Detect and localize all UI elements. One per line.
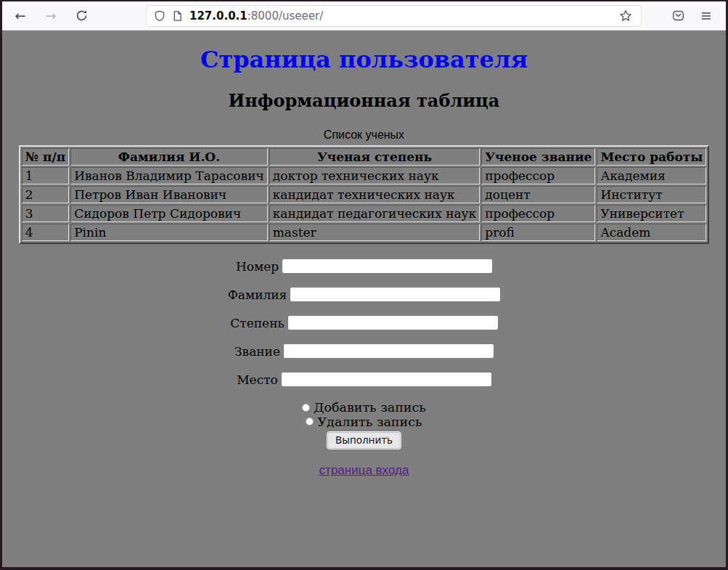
cell-degree: master: [269, 224, 480, 241]
url-host: 127.0.0.1: [189, 9, 248, 23]
degree-input[interactable]: [288, 316, 498, 330]
record-form: Номер Фамилия Степень Звание Место Добав…: [2, 258, 726, 478]
cell-rank: профессор: [481, 205, 595, 222]
form-row-surname: Фамилия: [2, 287, 726, 301]
page-icon[interactable]: [172, 10, 183, 22]
cell-surname: Петров Иван Иванович: [70, 186, 268, 203]
cell-surname: Pinin: [70, 224, 268, 241]
table-row: 3 Сидоров Петр Сидорович кандидат педаго…: [22, 205, 707, 222]
table-caption: Список ученых: [19, 129, 710, 145]
rank-input[interactable]: [284, 344, 494, 358]
form-row-rank: Звание: [2, 343, 726, 358]
menu-hamburger-icon[interactable]: [700, 10, 713, 22]
cell-workplace: Университет: [597, 205, 706, 222]
delete-record-option: Удалить запись: [2, 415, 726, 430]
cell-workplace: Институт: [597, 186, 706, 203]
cell-number: 1: [22, 167, 70, 184]
table-row: 1 Иванов Владимир Тарасович доктор техни…: [22, 167, 707, 184]
add-record-radio[interactable]: [302, 404, 310, 412]
cell-surname: Сидоров Петр Сидорович: [70, 205, 268, 222]
form-row-degree: Степень: [2, 315, 726, 330]
back-button[interactable]: ←: [9, 5, 31, 27]
header-rank: Ученое звание: [481, 148, 595, 166]
reload-icon: [75, 9, 88, 22]
cell-degree: доктор технических наук: [269, 167, 480, 184]
cell-number: 2: [22, 186, 70, 203]
scientists-table: Список ученых № п/п Фамилия И.О. Ученая …: [19, 129, 710, 244]
number-input[interactable]: [282, 259, 492, 273]
action-radio-group: Добавить запись Удалить запись Выполнить: [2, 401, 726, 449]
reload-button[interactable]: [70, 5, 92, 27]
execute-button[interactable]: Выполнить: [327, 431, 401, 449]
number-label: Номер: [236, 259, 279, 274]
url-path: :8000/useeer/: [248, 9, 324, 23]
surname-label: Фамилия: [228, 288, 287, 302]
url-text[interactable]: 127.0.0.1:8000/useeer/: [189, 9, 323, 23]
login-page-link[interactable]: страница входа: [319, 463, 409, 477]
table-header-row: № п/п Фамилия И.О. Ученая степень Ученое…: [22, 148, 707, 166]
shield-icon[interactable]: [154, 10, 165, 22]
add-record-option: Добавить запись: [2, 401, 726, 415]
cell-rank: доцент: [481, 186, 595, 203]
delete-record-radio[interactable]: [306, 418, 314, 426]
cell-number: 4: [22, 224, 70, 241]
cell-degree: кандидат педагогических наук: [269, 205, 480, 222]
page-subtitle: Информационная таблица: [2, 90, 726, 111]
degree-label: Степень: [230, 316, 284, 330]
cell-number: 3: [22, 205, 70, 222]
rank-label: Звание: [234, 344, 280, 359]
bookmark-star-icon[interactable]: [615, 9, 637, 23]
header-workplace: Место работы: [597, 148, 706, 166]
form-row-number: Номер: [2, 258, 726, 273]
cell-rank: профессор: [481, 167, 595, 184]
toolbar-right-icons: [671, 9, 719, 22]
cell-degree: кандидат технических наук: [269, 186, 480, 203]
cell-workplace: Academ: [597, 224, 706, 241]
cell-workplace: Академия: [597, 167, 706, 184]
login-link-row: страница входа: [2, 463, 726, 478]
header-degree: Ученая степень: [269, 148, 480, 166]
page-content: Страница пользователя Информационная таб…: [2, 30, 726, 568]
workplace-label: Место: [237, 372, 278, 387]
page-title: Страница пользователя: [2, 46, 726, 73]
delete-record-label: Удалить запись: [317, 415, 422, 429]
browser-toolbar: ← → 127.0.0.1:8000/useeer/: [2, 1, 726, 30]
pocket-icon[interactable]: [671, 9, 685, 22]
header-surname: Фамилия И.О.: [70, 148, 268, 166]
cell-rank: profi: [481, 224, 595, 241]
forward-button[interactable]: →: [40, 5, 62, 27]
form-row-workplace: Место: [2, 372, 726, 386]
table-row: 2 Петров Иван Иванович кандидат техничес…: [22, 186, 707, 203]
surname-input[interactable]: [290, 288, 500, 301]
cell-surname: Иванов Владимир Тарасович: [70, 167, 268, 184]
workplace-input[interactable]: [282, 372, 491, 386]
table-row: 4 Pinin master profi Academ: [22, 224, 707, 241]
add-record-label: Добавить запись: [314, 400, 426, 415]
header-number: № п/п: [22, 148, 70, 166]
url-bar[interactable]: 127.0.0.1:8000/useeer/: [146, 5, 642, 27]
